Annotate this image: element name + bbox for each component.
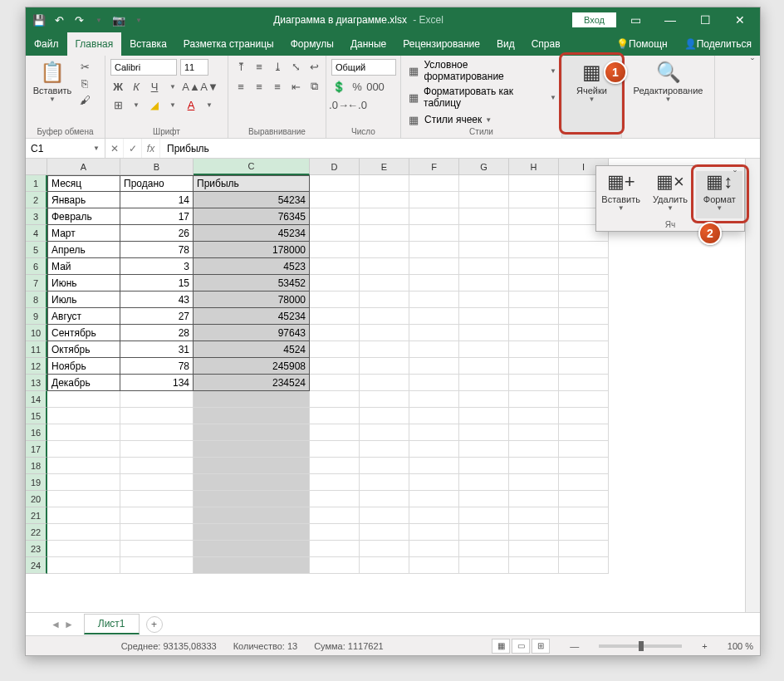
vertical-scrollbar[interactable] [745,159,760,612]
cell-H12[interactable] [509,358,559,375]
sheet-tab[interactable]: Лист1 [84,614,140,634]
cell-F6[interactable] [409,258,459,275]
save-icon[interactable]: 💾 [32,13,46,27]
cell-B4[interactable]: 26 [120,225,194,242]
sheet-nav-prev-icon[interactable]: ◄ [51,619,61,630]
cell-F24[interactable] [409,557,459,574]
align-bottom-icon[interactable]: ⤓ [270,59,285,74]
cell-G2[interactable] [459,192,509,208]
cell-H11[interactable] [509,341,559,358]
cell-C19[interactable] [194,474,310,491]
tab-file[interactable]: Файл [26,32,67,56]
cell-E4[interactable] [360,225,409,242]
row-header-17[interactable]: 17 [26,441,47,458]
cell-I17[interactable] [559,441,609,458]
cell-H7[interactable] [509,275,559,292]
cell-A18[interactable] [47,458,120,474]
cell-G9[interactable] [459,308,509,325]
cell-E2[interactable] [360,192,409,208]
align-right-icon[interactable]: ≡ [270,79,285,94]
cell-D2[interactable] [310,192,360,208]
cell-I16[interactable] [559,424,609,441]
cell-I5[interactable] [559,242,609,258]
collapse-ribbon-icon[interactable]: ˇ [745,56,760,71]
cell-E21[interactable] [360,507,409,524]
cell-G7[interactable] [459,275,509,292]
cell-G21[interactable] [459,507,509,524]
cell-B16[interactable] [120,424,194,441]
cell-D13[interactable] [310,375,360,391]
row-header-10[interactable]: 10 [26,325,47,341]
cell-F1[interactable] [409,175,459,192]
cell-C9[interactable]: 45234 [194,308,310,325]
panel-collapse-icon[interactable]: ˇ [728,168,742,183]
cell-E18[interactable] [360,458,409,474]
cell-I7[interactable] [559,275,609,292]
cell-D7[interactable] [310,275,360,292]
cell-D17[interactable] [310,441,360,458]
cell-F17[interactable] [409,441,459,458]
cell-E14[interactable] [360,391,409,408]
zoom-in-icon[interactable]: + [702,641,707,651]
cell-B10[interactable]: 28 [120,325,194,341]
tab-formulas[interactable]: Формулы [282,32,342,56]
cell-C21[interactable] [194,507,310,524]
tell-me-button[interactable]: 💡 Помощн [608,32,676,56]
cell-styles-button[interactable]: ▦Стили ячеек ▼ [406,112,492,127]
cell-I23[interactable] [559,541,609,557]
cell-E16[interactable] [360,424,409,441]
cell-B22[interactable] [120,524,194,541]
cell-H6[interactable] [509,258,559,275]
cell-A13[interactable]: Декабрь [47,375,120,391]
cell-E8[interactable] [360,292,409,308]
row-header-21[interactable]: 21 [26,507,47,524]
cell-A1[interactable]: Месяц [47,175,120,192]
zoom-out-icon[interactable]: — [570,641,579,651]
row-header-6[interactable]: 6 [26,258,47,275]
view-normal-icon[interactable]: ▦ [492,639,510,654]
cell-D16[interactable] [310,424,360,441]
cell-F11[interactable] [409,341,459,358]
cell-E3[interactable] [360,208,409,225]
cell-F8[interactable] [409,292,459,308]
cell-B6[interactable]: 3 [120,258,194,275]
cell-B15[interactable] [120,408,194,424]
cell-B24[interactable] [120,557,194,574]
cell-E17[interactable] [360,441,409,458]
cell-I13[interactable] [559,375,609,391]
cell-G3[interactable] [459,208,509,225]
cell-F7[interactable] [409,275,459,292]
cell-G10[interactable] [459,325,509,341]
col-header-H[interactable]: H [509,159,559,175]
comma-icon[interactable]: 000 [368,79,383,94]
cell-G13[interactable] [459,375,509,391]
cell-A23[interactable] [47,541,120,557]
col-header-E[interactable]: E [360,159,409,175]
qat-dropdown-icon[interactable]: ▼ [92,13,105,27]
row-header-4[interactable]: 4 [26,225,47,242]
share-button[interactable]: 👤 Поделиться [676,32,760,56]
cell-H16[interactable] [509,424,559,441]
view-page-layout-icon[interactable]: ▭ [512,639,530,654]
row-header-23[interactable]: 23 [26,541,47,557]
tab-view[interactable]: Вид [488,32,523,56]
cell-G20[interactable] [459,491,509,507]
cell-D23[interactable] [310,541,360,557]
cell-D8[interactable] [310,292,360,308]
cell-G17[interactable] [459,441,509,458]
col-header-G[interactable]: G [459,159,509,175]
cell-A2[interactable]: Январь [47,192,120,208]
shrink-font-icon[interactable]: A▼ [202,79,217,94]
cell-D20[interactable] [310,491,360,507]
cell-G6[interactable] [459,258,509,275]
cell-C14[interactable] [194,391,310,408]
cell-B13[interactable]: 134 [120,375,194,391]
cell-F4[interactable] [409,225,459,242]
cell-I20[interactable] [559,491,609,507]
cell-E7[interactable] [360,275,409,292]
cell-A21[interactable] [47,507,120,524]
cell-A19[interactable] [47,474,120,491]
cell-G1[interactable] [459,175,509,192]
cell-A22[interactable] [47,524,120,541]
cell-B20[interactable] [120,491,194,507]
